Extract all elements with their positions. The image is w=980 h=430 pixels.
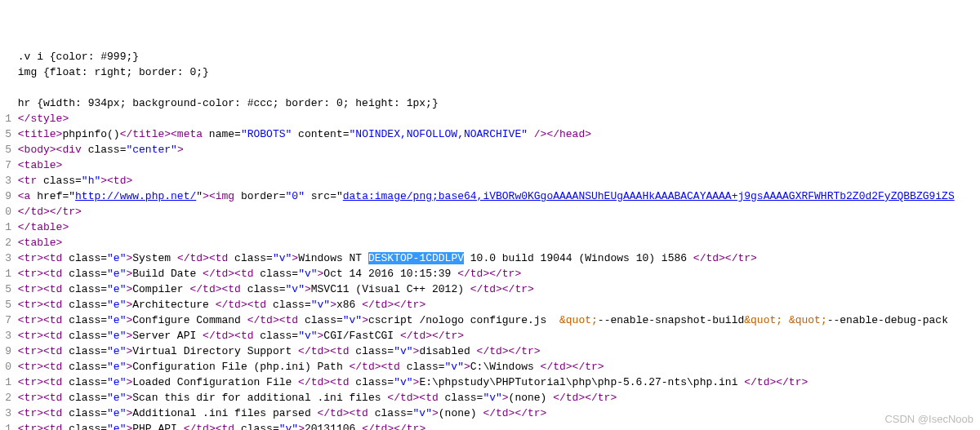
text-token: = (266, 252, 273, 264)
line-number: 1 (0, 375, 11, 390)
text-token: = (100, 330, 107, 342)
attr-value-token: "v" (273, 252, 292, 264)
attr-name-token: class (62, 330, 100, 342)
text-token: phpinfo() (62, 128, 119, 140)
text-token: = (292, 268, 298, 280)
tag-token: </style> (18, 113, 69, 125)
attr-name-token: class (62, 345, 100, 357)
line-number: 5 (0, 142, 11, 157)
code-line[interactable]: 9 <a href="http://www.php.net/"><img bor… (0, 188, 980, 204)
code-line[interactable]: 5 <body><div class="center"> (0, 142, 980, 157)
attr-name-token: class (62, 392, 100, 404)
attr-name-token: class (62, 423, 100, 430)
code-line[interactable]: 2 <table> (0, 235, 980, 250)
attr-name-token: class (350, 376, 388, 388)
code-line[interactable]: 5 <tr><td class="e">Compiler </td><td cl… (0, 281, 980, 297)
code-line[interactable]: .v i {color: #999;} (0, 49, 980, 64)
code-line[interactable]: 1 <tr><td class="e">Build Date </td><td … (0, 266, 980, 281)
code-line[interactable]: 1 <tr><td class="e">Loaded Configuration… (0, 375, 980, 390)
code-line[interactable]: 3 <tr class="h"><td> (0, 173, 980, 188)
link-text: http://www.php.net/ (75, 190, 196, 202)
attr-value-token: "e" (107, 314, 126, 326)
code-line[interactable]: 5 <title>phpinfo()</title><meta name="RO… (0, 126, 980, 142)
attr-name-token: class (62, 376, 100, 388)
text-token: = (343, 128, 350, 140)
code-line[interactable]: 3 <tr><td class="e">Additional .ini file… (0, 406, 980, 421)
text-token: = (100, 299, 107, 311)
tag-token: </td><td (216, 299, 266, 311)
text-token: --enable-debug-pack (827, 314, 948, 326)
text-token: x86 (336, 299, 362, 311)
tag-token: </td></tr> (541, 361, 604, 373)
line-number: 9 (0, 344, 11, 359)
attr-name-token: class (62, 252, 100, 264)
watermark: CSDN @IsecNoob (884, 413, 973, 425)
text-token: --enable-snapshot-build (598, 314, 744, 326)
code-line[interactable]: 3 <tr><td class="e">System </td><td clas… (0, 250, 980, 266)
attr-name-token: class (254, 268, 292, 280)
code-line[interactable]: 7 <table> (0, 157, 980, 173)
entity-token: &quot; (744, 314, 782, 326)
tag-token: <tr><td (18, 392, 63, 404)
text-token: 10.0 build 19044 (Windows 10) i586 (464, 252, 693, 264)
code-line[interactable]: 7 <tr><td class="e">Configure Command </… (0, 313, 980, 328)
attr-value-token: "v" (445, 361, 464, 373)
attr-name-token: class (439, 392, 477, 404)
tag-token: <tr><td (18, 283, 63, 295)
attr-name-token: class (350, 345, 388, 357)
attr-value-token: "center" (126, 144, 176, 156)
tag-token: </table> (18, 221, 69, 233)
attr-name-token: class (228, 252, 266, 264)
code-line[interactable] (0, 80, 980, 95)
attr-name-token: src (305, 190, 330, 202)
attr-value-token: "ROBOTS" (241, 128, 292, 140)
attr-value-token: "e" (107, 361, 126, 373)
tag-token: > (502, 392, 509, 404)
line-number: 1 (0, 421, 11, 430)
code-line[interactable]: 0 </td></tr> (0, 204, 980, 219)
line-number: 3 (0, 173, 11, 188)
tag-token: > (177, 144, 184, 156)
attr-value-token: "v" (286, 283, 305, 295)
attr-name-token: name (203, 128, 234, 140)
text-token: Build Date (132, 268, 203, 280)
code-line[interactable]: 1 </style> (0, 111, 980, 126)
line-number: 5 (0, 126, 11, 142)
code-line[interactable]: 1 </table> (0, 219, 980, 235)
tag-token: </td></tr> (362, 299, 425, 311)
text-token: = (100, 376, 107, 388)
text-token: = (100, 252, 107, 264)
code-line[interactable]: 0 <tr><td class="e">Configuration File (… (0, 359, 980, 375)
tag-token: </td></tr> (744, 376, 808, 388)
attr-value-token: "h" (82, 175, 100, 187)
tag-token: <tr><td (18, 299, 63, 311)
text-token (782, 314, 789, 326)
text-token: cscript /nologo configure.js (368, 314, 559, 326)
text-token: Additional .ini files parsed (132, 407, 317, 419)
tag-token: </td><td (298, 345, 349, 357)
text-token: = (100, 361, 107, 373)
text-token: 20131106 (305, 423, 362, 430)
code-line[interactable]: 5 <tr><td class="e">Architecture </td><t… (0, 297, 980, 313)
attr-name-token: class (62, 361, 100, 373)
attr-value-token: "e" (107, 345, 126, 357)
text-token: = (100, 407, 107, 419)
text-token: System (132, 252, 177, 264)
code-line[interactable]: 2 <tr><td class="e">Scan this dir for ad… (0, 390, 980, 406)
text-token: MSVC11 (Visual C++ 2012) (311, 283, 470, 295)
code-line[interactable]: 1 <tr><td class="e">PHP API </td><td cla… (0, 421, 980, 430)
tag-token: </td></tr> (553, 392, 617, 404)
code-line[interactable]: hr {width: 934px; background-color: #ccc… (0, 95, 980, 111)
code-line[interactable]: 3 <tr><td class="e">Server API </td><td … (0, 328, 980, 344)
code-line[interactable]: 9 <tr><td class="e">Virtual Directory Su… (0, 344, 980, 359)
line-number: 2 (0, 235, 11, 250)
line-number: 7 (0, 313, 11, 328)
tag-token: <tr><td (18, 268, 63, 280)
attr-name-token: class (37, 175, 75, 187)
tag-token: </td><td (203, 268, 253, 280)
attr-value-token: "e" (107, 283, 126, 295)
code-line[interactable]: img {float: right; border: 0;} (0, 64, 980, 80)
source-code-view[interactable]: .v i {color: #999;} img {float: right; b… (0, 49, 980, 430)
tag-token: </td><td (387, 392, 438, 404)
line-number: 5 (0, 297, 11, 313)
